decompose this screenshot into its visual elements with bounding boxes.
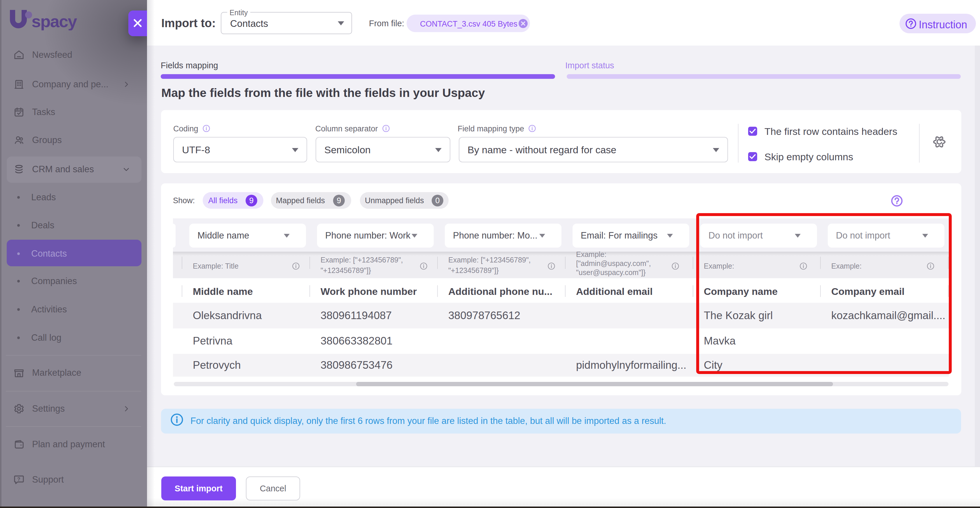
svg-text:?: ? (17, 476, 21, 482)
svg-text:spacy: spacy (32, 12, 77, 30)
